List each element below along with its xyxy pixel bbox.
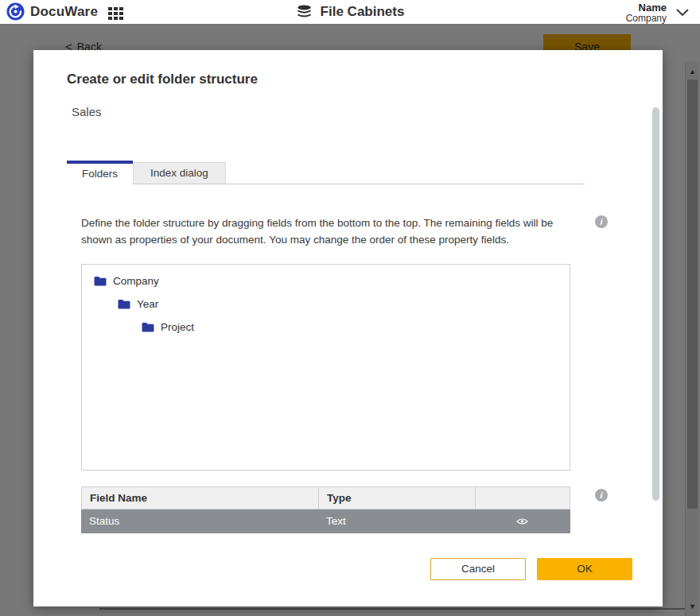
folder-icon bbox=[94, 276, 107, 286]
info-icon[interactable]: i bbox=[595, 215, 608, 228]
page-title-group: File Cabinets bbox=[0, 0, 700, 24]
apps-grid-icon[interactable] bbox=[108, 7, 127, 21]
docuware-logo-icon bbox=[6, 2, 25, 21]
tree-item-label: Project bbox=[161, 321, 194, 333]
tree-item-company[interactable]: Company bbox=[82, 269, 570, 293]
tree-item-year[interactable]: Year bbox=[82, 293, 570, 316]
table-header-row: Field Name Type bbox=[81, 486, 570, 509]
dialog-title: Create or edit folder structure bbox=[67, 72, 258, 87]
folder-icon bbox=[118, 299, 130, 309]
remaining-fields-table: Field Name Type Status Text bbox=[81, 486, 570, 533]
column-header-field-name: Field Name bbox=[82, 487, 319, 509]
eye-icon[interactable] bbox=[516, 517, 528, 525]
tab-folders[interactable]: Folders bbox=[67, 161, 133, 184]
brand-group[interactable]: DocuWare bbox=[6, 2, 98, 21]
page-title: File Cabinets bbox=[321, 4, 405, 20]
tree-item-label: Year bbox=[137, 298, 158, 310]
user-name: Name bbox=[626, 2, 667, 14]
column-header-actions bbox=[476, 487, 570, 509]
description-text: Define the folder structure by dragging … bbox=[81, 215, 570, 248]
dialog-buttons: Cancel OK bbox=[33, 558, 663, 580]
field-actions-cell bbox=[475, 509, 569, 533]
column-header-type: Type bbox=[319, 487, 476, 509]
info-icon[interactable]: i bbox=[595, 489, 608, 502]
cancel-button[interactable]: Cancel bbox=[430, 558, 526, 580]
tab-index-dialog[interactable]: Index dialog bbox=[133, 162, 226, 184]
user-company: Company bbox=[626, 14, 667, 24]
folder-tree-panel: Company Year Project bbox=[81, 264, 570, 471]
database-icon bbox=[296, 4, 313, 20]
ok-button[interactable]: OK bbox=[537, 558, 632, 580]
folder-icon bbox=[142, 322, 154, 332]
field-name-cell: Status bbox=[81, 509, 318, 533]
field-type-cell: Text bbox=[318, 509, 475, 533]
folder-structure-dialog: Create or edit folder structure Folders … bbox=[33, 50, 663, 606]
table-row-status[interactable]: Status Text bbox=[81, 509, 570, 533]
dialog-scrollbar-thumb[interactable] bbox=[652, 107, 659, 501]
user-info: Name Company bbox=[626, 1, 667, 24]
user-menu[interactable]: Name Company bbox=[626, 1, 689, 24]
structure-name-input[interactable] bbox=[68, 101, 323, 122]
tab-strip: Folders Index dialog bbox=[67, 161, 585, 184]
tree-item-label: Company bbox=[113, 275, 159, 287]
top-bar: DocuWare File Cabinets Name Company bbox=[0, 0, 700, 24]
tree-item-project[interactable]: Project bbox=[82, 316, 570, 339]
chevron-down-icon bbox=[676, 9, 689, 17]
brand-name: DocuWare bbox=[30, 4, 98, 20]
